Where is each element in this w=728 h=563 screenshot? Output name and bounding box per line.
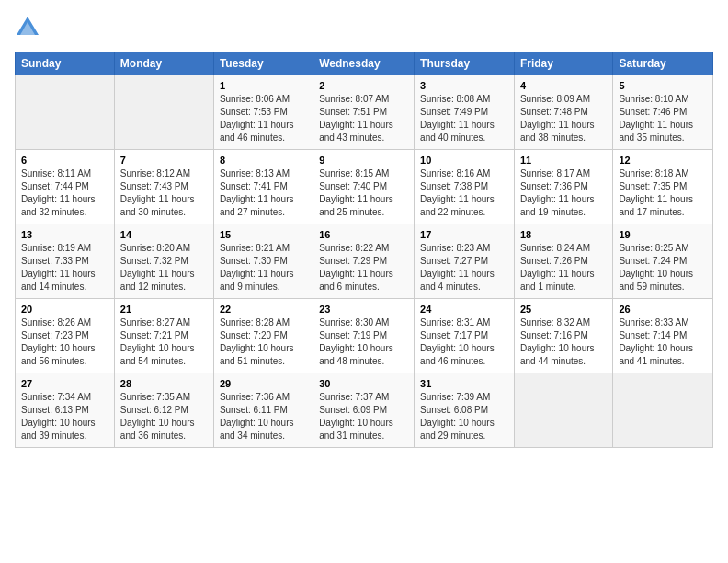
calendar-cell: 16Sunrise: 8:22 AMSunset: 7:29 PMDayligh…: [313, 224, 415, 299]
day-number: 8: [220, 155, 307, 166]
day-info: Sunrise: 8:32 AMSunset: 7:16 PMDaylight:…: [520, 316, 607, 368]
day-info: Sunrise: 8:12 AMSunset: 7:43 PMDaylight:…: [120, 167, 208, 219]
day-number: 7: [120, 155, 208, 166]
calendar-cell: [613, 373, 713, 448]
day-number: 12: [619, 155, 707, 166]
calendar-cell: 9Sunrise: 8:15 AMSunset: 7:40 PMDaylight…: [313, 150, 415, 224]
calendar-cell: 23Sunrise: 8:30 AMSunset: 7:19 PMDayligh…: [313, 299, 415, 373]
day-number: 10: [420, 155, 508, 166]
day-info: Sunrise: 8:24 AMSunset: 7:26 PMDaylight:…: [520, 242, 607, 293]
calendar-cell: 6Sunrise: 8:11 AMSunset: 7:44 PMDaylight…: [16, 150, 115, 224]
day-info: Sunrise: 8:25 AMSunset: 7:24 PMDaylight:…: [619, 242, 707, 293]
calendar-cell: 22Sunrise: 8:28 AMSunset: 7:20 PMDayligh…: [213, 299, 313, 373]
day-number: 2: [319, 80, 408, 91]
logo-icon: [15, 15, 40, 40]
day-info: Sunrise: 8:28 AMSunset: 7:20 PMDaylight:…: [220, 316, 307, 368]
page-header: [15, 15, 713, 40]
calendar-cell: 26Sunrise: 8:33 AMSunset: 7:14 PMDayligh…: [613, 299, 713, 373]
day-info: Sunrise: 8:07 AMSunset: 7:51 PMDaylight:…: [319, 93, 408, 144]
day-info: Sunrise: 8:15 AMSunset: 7:40 PMDaylight:…: [319, 167, 408, 219]
calendar-cell: 2Sunrise: 8:07 AMSunset: 7:51 PMDaylight…: [313, 75, 415, 150]
day-info: Sunrise: 8:10 AMSunset: 7:46 PMDaylight:…: [619, 93, 707, 144]
day-number: 29: [220, 378, 307, 389]
calendar-table: SundayMondayTuesdayWednesdayThursdayFrid…: [15, 52, 713, 448]
weekday-header-friday: Friday: [514, 52, 612, 75]
day-number: 13: [21, 229, 108, 240]
calendar-cell: 19Sunrise: 8:25 AMSunset: 7:24 PMDayligh…: [613, 224, 713, 299]
day-info: Sunrise: 7:36 AMSunset: 6:11 PMDaylight:…: [220, 391, 307, 442]
calendar-cell: 3Sunrise: 8:08 AMSunset: 7:49 PMDaylight…: [415, 75, 515, 150]
calendar-week-row: 13Sunrise: 8:19 AMSunset: 7:33 PMDayligh…: [16, 224, 713, 299]
logo: [15, 15, 42, 40]
day-number: 16: [319, 229, 408, 240]
calendar-cell: 25Sunrise: 8:32 AMSunset: 7:16 PMDayligh…: [514, 299, 612, 373]
day-number: 1: [220, 80, 307, 91]
calendar-cell: 4Sunrise: 8:09 AMSunset: 7:48 PMDaylight…: [514, 75, 612, 150]
day-number: 4: [520, 80, 607, 91]
weekday-header-saturday: Saturday: [613, 52, 713, 75]
calendar-cell: 20Sunrise: 8:26 AMSunset: 7:23 PMDayligh…: [16, 299, 115, 373]
weekday-header-thursday: Thursday: [415, 52, 515, 75]
calendar-cell: [16, 75, 115, 150]
day-number: 28: [120, 378, 208, 389]
day-info: Sunrise: 8:26 AMSunset: 7:23 PMDaylight:…: [21, 316, 108, 368]
calendar-cell: 5Sunrise: 8:10 AMSunset: 7:46 PMDaylight…: [613, 75, 713, 150]
calendar-cell: 11Sunrise: 8:17 AMSunset: 7:36 PMDayligh…: [514, 150, 612, 224]
weekday-header-sunday: Sunday: [16, 52, 115, 75]
day-number: 31: [420, 378, 508, 389]
calendar-cell: 15Sunrise: 8:21 AMSunset: 7:30 PMDayligh…: [213, 224, 313, 299]
day-info: Sunrise: 8:23 AMSunset: 7:27 PMDaylight:…: [420, 242, 508, 293]
day-info: Sunrise: 8:18 AMSunset: 7:35 PMDaylight:…: [619, 167, 707, 219]
calendar-week-row: 27Sunrise: 7:34 AMSunset: 6:13 PMDayligh…: [16, 373, 713, 448]
weekday-header-tuesday: Tuesday: [213, 52, 313, 75]
calendar-cell: 30Sunrise: 7:37 AMSunset: 6:09 PMDayligh…: [313, 373, 415, 448]
day-info: Sunrise: 8:21 AMSunset: 7:30 PMDaylight:…: [220, 242, 307, 293]
calendar-cell: 17Sunrise: 8:23 AMSunset: 7:27 PMDayligh…: [415, 224, 515, 299]
day-number: 6: [21, 155, 108, 166]
day-info: Sunrise: 8:30 AMSunset: 7:19 PMDaylight:…: [319, 316, 408, 368]
calendar-cell: 1Sunrise: 8:06 AMSunset: 7:53 PMDaylight…: [213, 75, 313, 150]
calendar-header-row: SundayMondayTuesdayWednesdayThursdayFrid…: [16, 52, 713, 75]
calendar-cell: 12Sunrise: 8:18 AMSunset: 7:35 PMDayligh…: [613, 150, 713, 224]
weekday-header-monday: Monday: [114, 52, 213, 75]
calendar-cell: 28Sunrise: 7:35 AMSunset: 6:12 PMDayligh…: [114, 373, 213, 448]
day-number: 20: [21, 304, 108, 315]
calendar-cell: 10Sunrise: 8:16 AMSunset: 7:38 PMDayligh…: [415, 150, 515, 224]
day-info: Sunrise: 8:20 AMSunset: 7:32 PMDaylight:…: [120, 242, 208, 293]
day-info: Sunrise: 8:09 AMSunset: 7:48 PMDaylight:…: [520, 93, 607, 144]
calendar-cell: 14Sunrise: 8:20 AMSunset: 7:32 PMDayligh…: [114, 224, 213, 299]
calendar-cell: 13Sunrise: 8:19 AMSunset: 7:33 PMDayligh…: [16, 224, 115, 299]
day-info: Sunrise: 7:34 AMSunset: 6:13 PMDaylight:…: [21, 391, 108, 442]
day-info: Sunrise: 8:16 AMSunset: 7:38 PMDaylight:…: [420, 167, 508, 219]
calendar-cell: [514, 373, 612, 448]
calendar-cell: 8Sunrise: 8:13 AMSunset: 7:41 PMDaylight…: [213, 150, 313, 224]
calendar-week-row: 20Sunrise: 8:26 AMSunset: 7:23 PMDayligh…: [16, 299, 713, 373]
day-number: 3: [420, 80, 508, 91]
calendar-cell: 7Sunrise: 8:12 AMSunset: 7:43 PMDaylight…: [114, 150, 213, 224]
day-number: 25: [520, 304, 607, 315]
day-number: 21: [120, 304, 208, 315]
day-number: 24: [420, 304, 508, 315]
day-info: Sunrise: 8:22 AMSunset: 7:29 PMDaylight:…: [319, 242, 408, 293]
calendar-week-row: 6Sunrise: 8:11 AMSunset: 7:44 PMDaylight…: [16, 150, 713, 224]
day-number: 26: [619, 304, 707, 315]
calendar-cell: 27Sunrise: 7:34 AMSunset: 6:13 PMDayligh…: [16, 373, 115, 448]
day-number: 9: [319, 155, 408, 166]
day-info: Sunrise: 8:19 AMSunset: 7:33 PMDaylight:…: [21, 242, 108, 293]
day-info: Sunrise: 8:13 AMSunset: 7:41 PMDaylight:…: [220, 167, 307, 219]
day-number: 30: [319, 378, 408, 389]
day-number: 23: [319, 304, 408, 315]
day-number: 14: [120, 229, 208, 240]
calendar-cell: 24Sunrise: 8:31 AMSunset: 7:17 PMDayligh…: [415, 299, 515, 373]
weekday-header-wednesday: Wednesday: [313, 52, 415, 75]
day-number: 27: [21, 378, 108, 389]
day-info: Sunrise: 8:08 AMSunset: 7:49 PMDaylight:…: [420, 93, 508, 144]
day-info: Sunrise: 8:06 AMSunset: 7:53 PMDaylight:…: [220, 93, 307, 144]
calendar-cell: [114, 75, 213, 150]
calendar-cell: 29Sunrise: 7:36 AMSunset: 6:11 PMDayligh…: [213, 373, 313, 448]
day-info: Sunrise: 8:27 AMSunset: 7:21 PMDaylight:…: [120, 316, 208, 368]
day-number: 22: [220, 304, 307, 315]
day-info: Sunrise: 8:17 AMSunset: 7:36 PMDaylight:…: [520, 167, 607, 219]
day-info: Sunrise: 8:33 AMSunset: 7:14 PMDaylight:…: [619, 316, 707, 368]
calendar-cell: 18Sunrise: 8:24 AMSunset: 7:26 PMDayligh…: [514, 224, 612, 299]
